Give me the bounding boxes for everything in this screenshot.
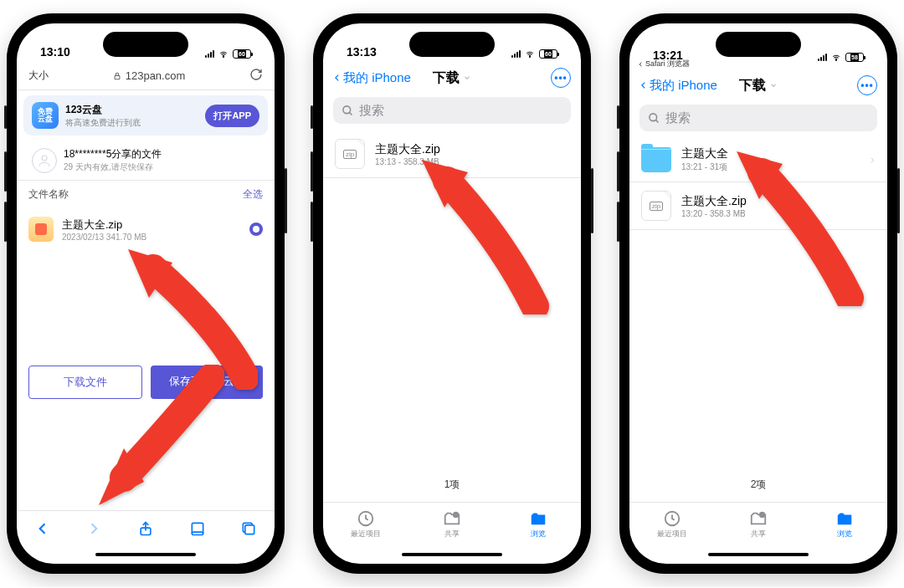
tab-bar: 最近项目 共享 浏览	[323, 502, 581, 545]
back-button[interactable]: 我的 iPhone	[639, 78, 717, 94]
reader-size[interactable]: 大小	[28, 69, 49, 83]
svg-point-17	[759, 511, 765, 517]
wifi-icon	[218, 50, 229, 59]
back-button[interactable]: 我的 iPhone	[333, 70, 411, 86]
back-icon[interactable]	[34, 520, 51, 537]
cellular-icon	[205, 50, 214, 58]
status-time: 13:13	[347, 45, 377, 59]
nav-bar: 我的 iPhone 下载 •••	[323, 62, 581, 94]
share-icon[interactable]	[137, 520, 154, 537]
folder-name: 主题大全	[681, 146, 728, 161]
svg-point-7	[530, 56, 531, 57]
svg-line-9	[349, 112, 352, 115]
lock-icon	[113, 71, 121, 81]
zip-file-icon: zip	[335, 139, 365, 169]
phone-frame: 13:10 60 大小 123pan.com 免费云盘 123云盘 将高速免费进…	[7, 13, 285, 574]
svg-rect-4	[245, 524, 254, 534]
chevron-right-icon	[869, 155, 876, 166]
battery-icon: 60	[539, 49, 557, 59]
svg-line-15	[655, 120, 658, 122]
url-domain: 123pan.com	[126, 69, 186, 82]
file-name: 主题大全.zip	[375, 142, 440, 157]
home-indicator	[17, 545, 275, 564]
action-buttons: 下载文件 保存至我的云盘	[17, 357, 275, 404]
tab-recent[interactable]: 最近项目	[629, 503, 716, 545]
folder-icon	[641, 147, 671, 172]
select-all-button[interactable]: 全选	[243, 187, 263, 202]
page-title[interactable]: 下载	[739, 77, 778, 95]
battery-icon: 60	[233, 49, 251, 59]
app-promo-banner: 免费云盘 123云盘 将高速免费进行到底 打开APP	[23, 95, 268, 135]
app-slogan: 将高速免费进行到底	[65, 117, 198, 129]
search-field[interactable]: 搜索	[639, 105, 877, 131]
file-row[interactable]: 主题大全.zip 2023/02/13 341.70 MB	[17, 208, 275, 250]
svg-point-0	[223, 56, 224, 57]
item-count: 1项	[323, 468, 581, 502]
sharer-avatar	[32, 148, 57, 173]
cellular-icon	[818, 54, 827, 61]
tab-bar: 最近项目 共享 浏览	[629, 502, 887, 545]
reload-button[interactable]	[249, 68, 263, 84]
status-time: 13:10	[40, 45, 70, 59]
tab-shared[interactable]: 共享	[716, 503, 802, 545]
tab-recent[interactable]: 最近项目	[323, 503, 409, 545]
item-count: 2项	[629, 468, 887, 502]
forward-icon	[85, 520, 102, 537]
dynamic-island	[409, 32, 495, 57]
home-indicator	[629, 545, 887, 564]
open-app-button[interactable]: 打开APP	[205, 105, 259, 127]
app-name: 123云盘	[65, 103, 198, 117]
file-radio-selected[interactable]	[249, 222, 263, 236]
folder-item[interactable]: 主题大全 13:21 - 31项	[629, 138, 887, 182]
more-button[interactable]: •••	[551, 68, 571, 88]
status-time: 13:21	[653, 49, 683, 62]
file-list-header: 文件名称 全选	[17, 180, 275, 208]
screen: 13:10 60 大小 123pan.com 免费云盘 123云盘 将高速免费进…	[17, 23, 275, 564]
phone-frame: 13:21 58 Safari 浏览器 我的 iPhone 下载 ••• 搜索 …	[619, 13, 897, 574]
safari-toolbar	[17, 510, 275, 545]
cellular-icon	[511, 50, 521, 58]
tab-browse[interactable]: 浏览	[801, 503, 887, 545]
share-info: 18********5分享的文件 29 天内有效,请尽快保存	[23, 141, 268, 180]
search-icon	[648, 112, 660, 125]
tab-browse[interactable]: 浏览	[495, 503, 581, 545]
download-file-button[interactable]: 下载文件	[28, 366, 142, 399]
safari-address-bar[interactable]: 大小 123pan.com	[17, 62, 275, 90]
file-item[interactable]: zip 主题大全.zip 13:13 - 358.3 MB	[323, 130, 581, 178]
file-item[interactable]: zip 主题大全.zip 13:20 - 358.3 MB	[629, 182, 887, 230]
save-to-cloud-button[interactable]: 保存至我的云盘	[151, 366, 263, 399]
file-name: 主题大全.zip	[62, 217, 146, 233]
home-indicator	[323, 545, 581, 564]
search-placeholder: 搜索	[359, 103, 384, 119]
svg-rect-1	[115, 75, 120, 79]
col-filename: 文件名称	[28, 187, 69, 202]
search-icon	[342, 105, 354, 117]
dynamic-island	[103, 32, 188, 57]
search-field[interactable]: 搜索	[333, 97, 571, 124]
svg-point-11	[453, 511, 459, 517]
bookmarks-icon[interactable]	[189, 520, 206, 537]
more-button[interactable]: •••	[857, 75, 877, 95]
dynamic-island	[716, 32, 801, 57]
file-meta: 13:20 - 358.3 MB	[681, 209, 747, 218]
folder-meta: 13:21 - 31项	[681, 161, 728, 173]
share-sub: 29 天内有效,请尽快保存	[64, 161, 162, 173]
page-title[interactable]: 下载	[433, 69, 471, 87]
file-name: 主题大全.zip	[681, 194, 747, 209]
nav-bar: 我的 iPhone 下载 •••	[629, 69, 887, 101]
tab-shared[interactable]: 共享	[409, 503, 496, 545]
tabs-icon[interactable]	[240, 520, 257, 537]
wifi-icon	[830, 54, 842, 62]
file-meta: 2023/02/13 341.70 MB	[62, 233, 146, 242]
screen: 13:21 58 Safari 浏览器 我的 iPhone 下载 ••• 搜索 …	[629, 23, 887, 564]
search-placeholder: 搜索	[665, 110, 691, 126]
svg-point-8	[343, 105, 351, 113]
file-type-icon	[28, 217, 54, 242]
phone-frame: 13:13 60 我的 iPhone 下载 ••• 搜索 zip 主题大全.zi…	[313, 13, 591, 574]
screen: 13:13 60 我的 iPhone 下载 ••• 搜索 zip 主题大全.zi…	[323, 23, 581, 564]
battery-icon: 58	[845, 53, 864, 62]
file-meta: 13:13 - 358.3 MB	[375, 157, 440, 166]
zip-file-icon: zip	[641, 191, 671, 221]
svg-point-14	[650, 113, 657, 120]
svg-point-2	[42, 156, 47, 161]
